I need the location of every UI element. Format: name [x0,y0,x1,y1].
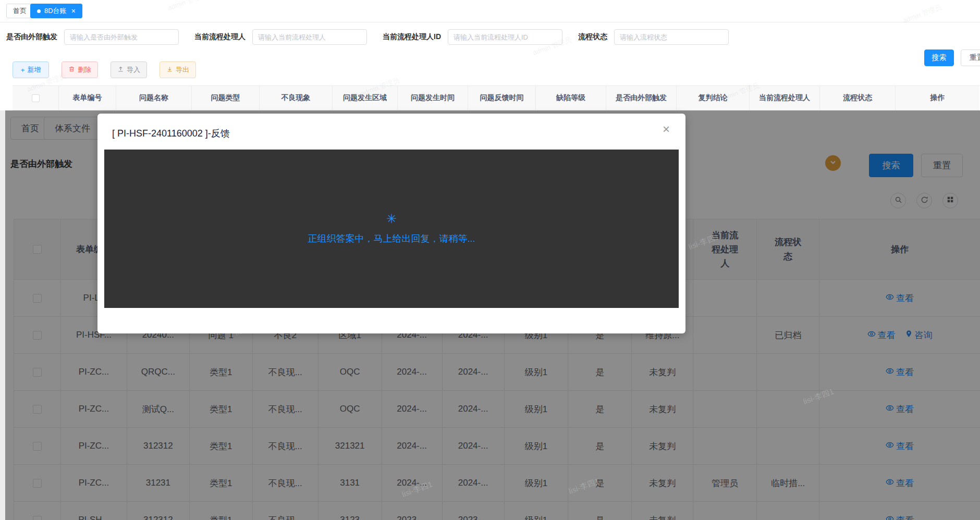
toolbar: + 新增 删除 导入 导出 [0,52,980,85]
header-cell: 流程状态 [819,86,895,110]
trash-icon [68,66,75,74]
plus-icon: + [21,66,25,74]
tab-close-icon[interactable]: × [71,7,76,15]
active-dot-icon [37,9,41,13]
tab-8d-ledger-label: 8D台账 [44,4,67,18]
tab-bar: 首页 8D台账 × [0,0,980,22]
header-cell: 复判结论 [676,86,749,110]
header-cell: 问题名称 [116,86,191,110]
modal-title: [ PI-HSF-2401160002 ]-反馈 [112,127,230,140]
upload-icon [117,66,124,74]
loading-spinner-icon: ✳ [386,213,397,225]
tab-8d-ledger[interactable]: 8D台账 × [30,4,82,18]
header-cell: 问题发生区域 [332,86,397,110]
top-table-header: 表单编号问题名称问题类型不良现象问题发生区域问题发生时间问题反馈时间缺陷等级是否… [13,85,979,110]
filter-label-current-handler: 当前流程处理人 [194,32,246,42]
tab-home[interactable]: 首页 [6,4,33,18]
modal-loading-area: ✳ 正组织答案中，马上给出回复，请稍等... [104,150,679,308]
header-cell: 问题反馈时间 [468,86,535,110]
page-left-edge [0,110,5,520]
download-icon [166,66,173,74]
export-button[interactable]: 导出 [160,61,196,78]
select-all-cell [13,86,58,110]
header-cell: 表单编号 [58,86,116,110]
filter-bar: 是否由外部触发 当前流程处理人 当前流程处理人ID 流程状态 搜索 重置 [0,22,980,52]
delete-button[interactable]: 删除 [62,61,98,78]
header-cell: 操作 [895,86,979,110]
filter-label-current-handler-id: 当前流程处理人ID [383,32,441,42]
overlay-page: 首页 体系文件 是否由外部触发 搜索 重置 表单编号问题名称问题类型不良现象问题… [0,110,980,520]
process-status-input[interactable] [614,29,729,45]
filter-label-external-trigger: 是否由外部触发 [6,32,57,42]
header-cell: 当前流程处理人 [749,86,819,110]
header-cell: 不良现象 [259,86,332,110]
modal-close-icon[interactable]: × [663,123,670,135]
add-button[interactable]: + 新增 [13,61,49,78]
import-button[interactable]: 导入 [111,61,147,78]
current-handler-input[interactable] [252,29,367,45]
header-cell: 是否由外部触发 [606,86,676,110]
header-cell: 问题类型 [191,86,259,110]
external-trigger-input[interactable] [64,29,179,45]
header-cell: 问题发生时间 [397,86,468,110]
header-cell: 缺陷等级 [535,86,606,110]
current-handler-id-input[interactable] [448,29,562,45]
feedback-modal: [ PI-HSF-2401160002 ]-反馈 × ✳ 正组织答案中，马上给出… [97,114,685,333]
main-page: 首页 8D台账 × 是否由外部触发 当前流程处理人 当前流程处理人ID 流程状态… [0,0,980,110]
select-all-checkbox[interactable] [32,94,40,102]
loading-text: 正组织答案中，马上给出回复，请稍等... [308,232,475,245]
filter-label-process-status: 流程状态 [578,32,607,42]
